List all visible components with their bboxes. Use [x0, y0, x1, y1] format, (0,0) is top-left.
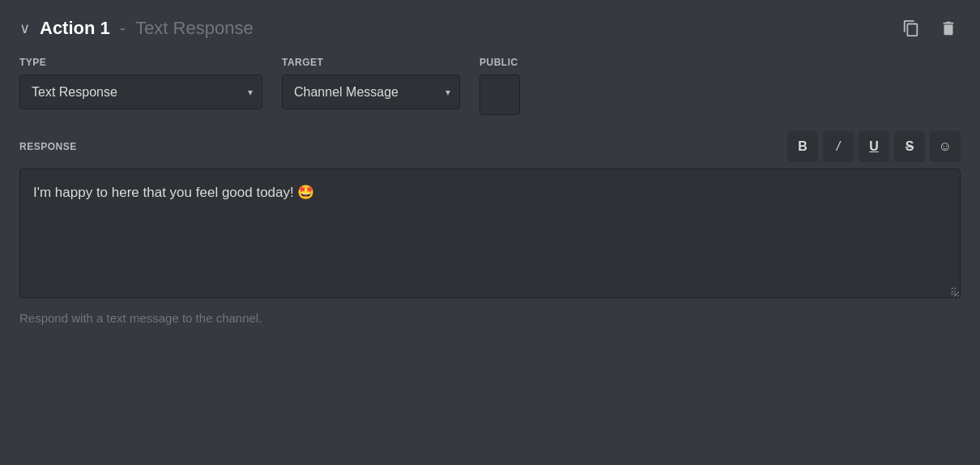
header-icons	[899, 16, 961, 41]
public-label: PUBLIC	[479, 57, 520, 68]
trash-icon	[940, 19, 957, 37]
toolbar-buttons: B / U S ☺	[787, 131, 961, 162]
form-row: TYPE Text Response Embed Response Add Ro…	[19, 57, 961, 115]
target-group: TARGET Channel Message Thread Message DM…	[282, 57, 460, 109]
delete-button[interactable]	[936, 16, 961, 41]
public-group: PUBLIC	[479, 57, 520, 115]
response-textarea-wrapper: I'm happy to here that you feel good tod…	[19, 169, 961, 301]
strikethrough-button[interactable]: S	[894, 131, 925, 162]
action-subtitle: Text Response	[135, 18, 254, 39]
action-container: ∨ Action 1 - Text Response TYPE	[0, 0, 980, 465]
chevron-icon: ∨	[19, 19, 30, 37]
copy-button[interactable]	[899, 16, 923, 41]
copy-icon	[902, 19, 920, 37]
response-section: RESPONSE B / U S ☺ I'm happy to here tha…	[19, 131, 961, 301]
header-left: ∨ Action 1 - Text Response	[19, 18, 254, 39]
emoji-button[interactable]: ☺	[930, 131, 961, 162]
header-row: ∨ Action 1 - Text Response	[19, 16, 961, 41]
footer-description: Respond with a text message to the chann…	[19, 311, 961, 325]
target-select-wrapper: Channel Message Thread Message DM Messag…	[282, 75, 460, 109]
italic-button[interactable]: /	[823, 131, 854, 162]
type-label: TYPE	[19, 57, 262, 68]
target-label: TARGET	[282, 57, 460, 68]
type-select-wrapper: Text Response Embed Response Add Role Re…	[19, 75, 262, 109]
underline-button[interactable]: U	[859, 131, 889, 162]
type-group: TYPE Text Response Embed Response Add Ro…	[19, 57, 262, 109]
response-header: RESPONSE B / U S ☺	[19, 131, 961, 162]
response-textarea[interactable]: I'm happy to here that you feel good tod…	[19, 169, 961, 298]
public-checkbox[interactable]	[479, 75, 520, 115]
header-separator: -	[120, 18, 126, 39]
type-select[interactable]: Text Response Embed Response Add Role Re…	[19, 75, 262, 109]
target-select[interactable]: Channel Message Thread Message DM Messag…	[282, 75, 460, 109]
response-label: RESPONSE	[19, 141, 77, 152]
bold-button[interactable]: B	[787, 131, 818, 162]
action-title: Action 1	[40, 18, 110, 39]
